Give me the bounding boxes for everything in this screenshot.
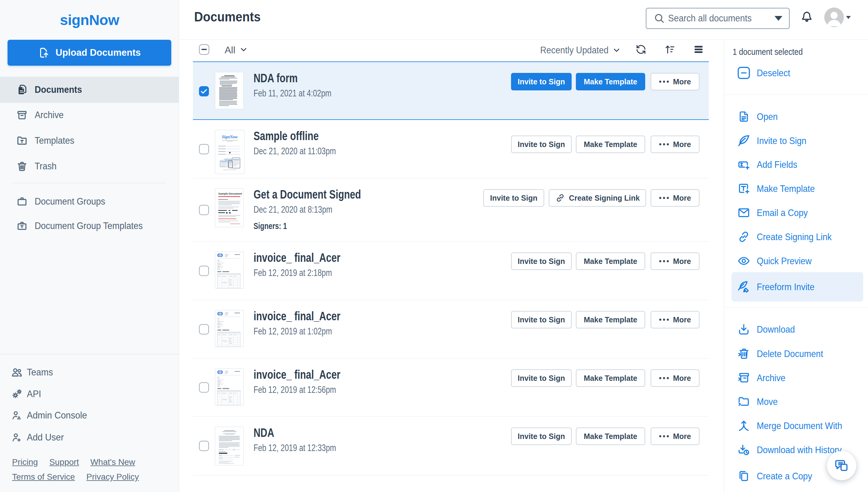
svg-text:Sample Document: Sample Document xyxy=(218,192,242,195)
svg-text:SignNow: SignNow xyxy=(222,135,238,139)
